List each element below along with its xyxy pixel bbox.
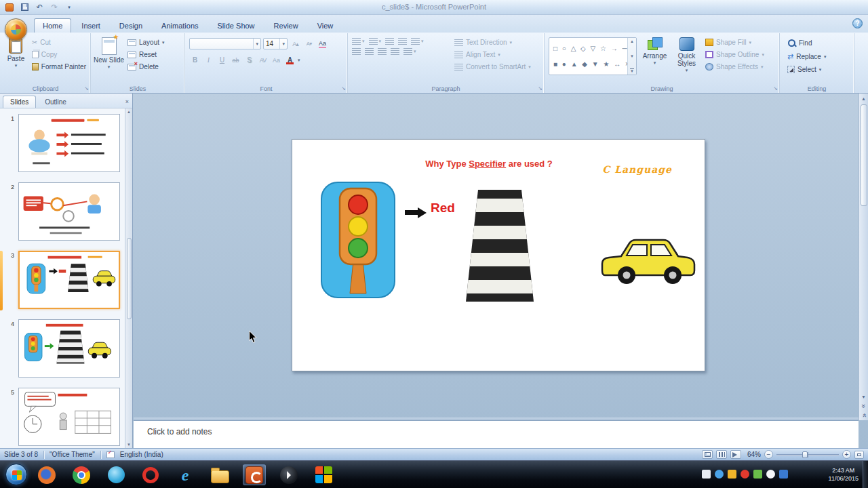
tab-animations[interactable]: Animations [153, 18, 207, 33]
replace-button[interactable]: Replace [785, 51, 852, 62]
align-text-button[interactable]: Align Text [452, 49, 534, 60]
new-slide-button[interactable]: New Slide [93, 35, 125, 83]
columns-button[interactable] [403, 48, 416, 55]
tray-icon[interactable] [779, 470, 788, 479]
shapes-more-icon[interactable] [630, 69, 634, 73]
red-signal-label[interactable]: Red [431, 201, 455, 216]
previous-slide-button[interactable] [859, 402, 868, 410]
slideshow-view-button[interactable] [730, 450, 741, 459]
cut-button[interactable]: Cut [29, 37, 89, 47]
zoom-out-button[interactable] [764, 450, 773, 459]
office-button[interactable] [5, 18, 27, 41]
find-button[interactable]: Find [785, 37, 852, 49]
tab-review[interactable]: Review [265, 18, 307, 33]
thumbnail-frame[interactable] [18, 182, 120, 241]
layout-button[interactable]: Layout [125, 37, 167, 47]
zoom-slider-thumb[interactable] [802, 451, 808, 458]
car-image[interactable] [601, 237, 696, 286]
font-dialog-launcher[interactable] [341, 86, 346, 92]
tab-view[interactable]: View [309, 18, 342, 33]
select-button[interactable]: Select [785, 64, 852, 75]
tab-home[interactable]: Home [34, 18, 71, 33]
tray-icon[interactable] [702, 470, 711, 479]
tray-icon[interactable] [741, 470, 749, 479]
slide-thumbnail-1[interactable]: 1 [0, 114, 125, 174]
panel-scroll-down-icon[interactable] [127, 443, 131, 447]
main-scrollbar[interactable] [859, 94, 868, 420]
arrow-shape[interactable] [405, 207, 428, 218]
shapes-row-1[interactable] [553, 45, 625, 52]
shapes-gallery-scrollbar[interactable] [627, 38, 636, 75]
panel-scrollbar[interactable] [125, 108, 132, 448]
thumbnail-frame[interactable] [18, 114, 120, 172]
next-slide-button[interactable] [859, 411, 868, 420]
tab-outline[interactable]: Outline [37, 96, 74, 108]
format-painter-button[interactable]: Format Painter [29, 62, 89, 72]
show-desktop-button[interactable] [863, 461, 868, 488]
scroll-thumb[interactable] [861, 104, 867, 206]
slide-canvas[interactable]: Why Type Specifier are used ? C Language… [292, 139, 705, 371]
change-case-button[interactable] [271, 54, 282, 66]
arrange-button[interactable]: Arrange [639, 35, 671, 83]
line-spacing-button[interactable] [411, 38, 424, 45]
zebra-crossing-image[interactable] [466, 190, 534, 302]
opera-taskbar-button[interactable] [139, 464, 162, 485]
tab-design[interactable]: Design [111, 18, 151, 33]
align-center-button[interactable] [365, 48, 374, 55]
slide-thumbnail-3-selected[interactable]: 3 [0, 251, 125, 310]
chrome-taskbar-button[interactable] [70, 464, 93, 485]
thumbnail-frame[interactable] [18, 388, 120, 446]
underline-button[interactable] [216, 54, 228, 66]
increase-indent-button[interactable] [398, 38, 407, 45]
strikethrough-button[interactable] [230, 54, 241, 66]
zoom-slider[interactable] [776, 450, 839, 459]
windows-app-taskbar-button[interactable] [312, 464, 335, 485]
font-color-button[interactable] [284, 54, 296, 66]
bold-button[interactable] [189, 54, 201, 66]
powerpoint-taskbar-button[interactable] [243, 464, 266, 485]
shapes-row-2[interactable] [553, 60, 625, 68]
media-player-taskbar-button[interactable] [277, 464, 300, 485]
numbering-button[interactable] [369, 38, 382, 45]
slide-sorter-view-button[interactable] [716, 450, 727, 459]
clear-formatting-button[interactable] [317, 38, 328, 49]
decrease-indent-button[interactable] [385, 38, 394, 45]
font-size-combobox[interactable]: 14 [263, 38, 288, 49]
scroll-track[interactable] [861, 103, 867, 392]
thumbnail-frame[interactable] [18, 319, 120, 378]
internet-explorer-taskbar-button[interactable]: e [174, 464, 197, 485]
taskbar-clock[interactable]: 2:43 AM 11/06/2015 [829, 466, 859, 483]
justify-button[interactable] [391, 48, 399, 55]
normal-view-button[interactable] [702, 450, 713, 459]
text-direction-button[interactable]: Text Direction [452, 37, 534, 47]
italic-button[interactable] [203, 54, 214, 66]
slide-thumbnail-5[interactable]: 5 [0, 388, 125, 447]
panel-scroll-thumb[interactable] [127, 238, 132, 319]
shapes-scroll-up-icon[interactable] [630, 39, 634, 43]
thumbnail-frame[interactable] [18, 251, 120, 309]
tray-icon[interactable] [728, 470, 736, 479]
shapes-scroll-down-icon[interactable] [630, 54, 634, 58]
bullets-button[interactable] [352, 38, 365, 45]
quick-styles-button[interactable]: Quick Styles [671, 35, 703, 83]
notes-pane[interactable]: Click to add notes [134, 420, 859, 448]
tab-slides-thumbnails[interactable]: Slides [3, 96, 36, 108]
slide-thumbnail-2[interactable]: 2 [0, 182, 125, 242]
help-button[interactable] [852, 18, 863, 28]
spellcheck-icon[interactable] [106, 451, 115, 458]
reset-button[interactable]: Reset [125, 49, 167, 60]
grow-font-button[interactable] [290, 38, 301, 49]
shape-fill-button[interactable]: Shape Fill [703, 37, 767, 47]
shrink-font-button[interactable] [303, 38, 315, 49]
tray-icon[interactable] [766, 470, 775, 479]
fit-slide-to-window-button[interactable] [854, 451, 864, 459]
zoom-in-button[interactable] [842, 450, 851, 459]
copy-button[interactable]: Copy [29, 49, 89, 60]
tab-insert[interactable]: Insert [73, 18, 109, 33]
align-right-button[interactable] [378, 48, 387, 55]
character-spacing-button[interactable] [257, 54, 269, 66]
scroll-down-button[interactable] [860, 392, 868, 401]
start-button[interactable] [5, 464, 27, 485]
font-color-dropdown-icon[interactable] [298, 58, 300, 62]
traffic-light-image[interactable] [321, 182, 395, 298]
